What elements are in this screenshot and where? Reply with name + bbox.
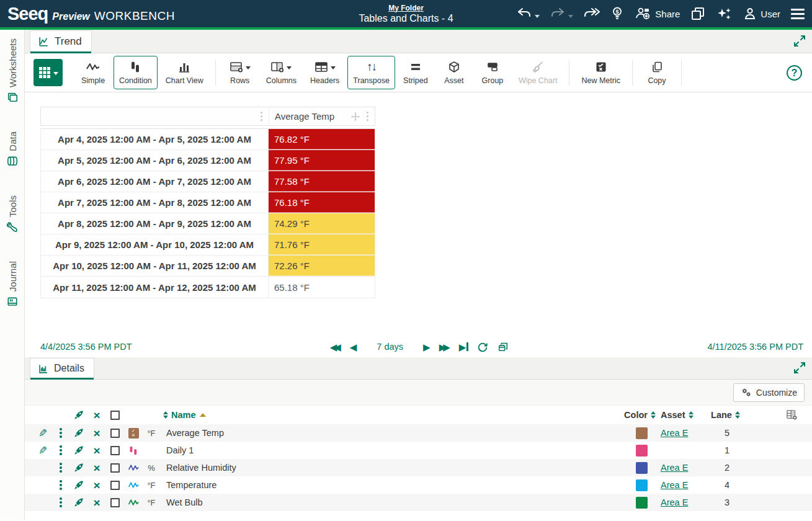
move-column-icon[interactable] <box>350 112 360 122</box>
step-forward-fast-icon[interactable]: ▶▶ <box>439 342 450 352</box>
expand-trend-button[interactable] <box>793 35 806 50</box>
item-menu-icon[interactable] <box>57 479 65 491</box>
send-to-icon-cell[interactable] <box>69 479 88 491</box>
details-row[interactable]: × % Relative Humidity Area E 2 <box>25 459 812 476</box>
asset-link[interactable]: Area E <box>661 463 688 473</box>
asset-link[interactable]: Area E <box>661 428 688 438</box>
tab-details[interactable]: Details <box>30 358 94 379</box>
capsule-range-cell[interactable]: Apr 4, 2025 12:00 AM - Apr 5, 2025 12:00… <box>41 129 269 149</box>
item-name[interactable]: Daily 1 <box>160 445 622 455</box>
sidebar-item-worksheets[interactable]: Worksheets <box>7 38 18 103</box>
step-back-icon[interactable]: ◀ <box>350 342 357 352</box>
add-column-button[interactable] <box>749 409 807 421</box>
row-checkbox[interactable] <box>110 498 120 507</box>
step-forward-icon[interactable]: ▶ <box>423 342 431 352</box>
breadcrumb-my-folder[interactable]: My Folder <box>388 4 424 12</box>
row-checkbox[interactable] <box>110 446 120 455</box>
redo-caret-icon[interactable] <box>568 15 573 18</box>
sort-icon[interactable] <box>735 411 740 419</box>
metric-value-cell[interactable]: 77.58 °F <box>269 171 375 192</box>
capsule-range-cell[interactable]: Apr 7, 2025 12:00 AM - Apr 8, 2025 12:00… <box>41 192 269 213</box>
item-name[interactable]: Relative Humidity <box>160 463 622 473</box>
step-to-now-icon[interactable]: ▶ <box>459 342 469 352</box>
remove-item-icon[interactable]: × <box>88 445 105 456</box>
remove-item-icon[interactable]: × <box>88 462 105 474</box>
item-menu-icon[interactable] <box>57 427 65 439</box>
duration-label[interactable]: 7 days <box>365 342 414 352</box>
color-swatch[interactable] <box>636 479 648 491</box>
usage-button[interactable]: $ <box>610 6 624 21</box>
column-header-color[interactable]: Color <box>622 410 661 420</box>
column-header-lane[interactable]: Lane <box>705 410 749 420</box>
help-button[interactable]: ? <box>787 65 802 81</box>
send-to-icon-cell[interactable] <box>69 497 88 508</box>
item-name[interactable]: Wet Bulb <box>160 497 622 507</box>
column-header-asset[interactable]: Asset <box>661 410 705 420</box>
metric-value-cell[interactable]: 74.29 °F <box>269 213 375 234</box>
row-checkbox[interactable] <box>110 481 120 490</box>
customize-button[interactable]: Customize <box>733 383 805 402</box>
remove-item-icon[interactable]: × <box>88 497 105 509</box>
sort-icon[interactable] <box>689 411 694 419</box>
toolbar-button-condition[interactable]: Condition <box>114 56 158 89</box>
toolbar-button-striped[interactable]: Striped <box>398 56 434 89</box>
metric-value-cell[interactable]: 71.76 °F <box>269 234 375 255</box>
send-all-header[interactable] <box>69 409 88 421</box>
capsule-range-cell[interactable]: Apr 10, 2025 12:00 AM - Apr 11, 2025 12:… <box>41 256 269 276</box>
details-row[interactable]: × °F Temperature Area E 4 <box>25 476 812 494</box>
toolbar-button-asset[interactable]: Asset <box>436 56 472 89</box>
hamburger-menu-icon[interactable] <box>791 9 805 19</box>
toolbar-button-transpose[interactable]: ↑↓ Transpose <box>347 56 395 89</box>
table-view-mode-button[interactable] <box>33 59 63 86</box>
toolbar-button-copy[interactable]: Copy <box>639 56 675 89</box>
redo-button[interactable] <box>550 7 573 20</box>
value-column-menu-icon[interactable] <box>364 110 372 123</box>
tab-trend[interactable]: Trend <box>30 30 92 53</box>
color-swatch[interactable] <box>636 427 648 439</box>
remove-all-header[interactable]: × <box>88 409 105 421</box>
item-name[interactable]: Average Temp <box>160 428 622 438</box>
item-menu-icon[interactable] <box>57 496 65 509</box>
edit-pencil-icon[interactable]: ✎ <box>33 427 52 440</box>
step-back-fast-icon[interactable]: ◀◀ <box>330 342 341 352</box>
send-to-icon-cell[interactable] <box>69 427 88 439</box>
range-end[interactable]: 4/11/2025 3:56 PM PDT <box>708 342 804 352</box>
worksheets-panel-button[interactable] <box>690 6 705 21</box>
copy-time-range-icon[interactable] <box>497 341 509 352</box>
asset-link[interactable]: Area E <box>661 497 688 507</box>
sidebar-item-journal[interactable]: Journal <box>7 261 18 307</box>
column-header-name[interactable]: Name <box>160 410 622 420</box>
capsule-range-cell[interactable]: Apr 8, 2025 12:00 AM - Apr 9, 2025 12:00… <box>41 213 269 234</box>
remove-item-icon[interactable]: × <box>88 427 105 439</box>
sidebar-item-tools[interactable]: Tools <box>7 195 18 233</box>
share-button[interactable]: Share <box>635 6 680 21</box>
toolbar-button-rows[interactable]: Rows <box>222 56 258 89</box>
capsule-range-cell[interactable]: Apr 9, 2025 12:00 AM - Apr 10, 2025 12:0… <box>41 234 269 255</box>
refresh-icon[interactable] <box>477 341 488 352</box>
redo-all-button[interactable] <box>584 7 600 20</box>
sort-icon[interactable] <box>651 411 656 419</box>
undo-caret-icon[interactable] <box>535 15 540 18</box>
row-checkbox[interactable] <box>110 429 120 438</box>
color-swatch[interactable] <box>636 445 648 456</box>
capsule-range-cell[interactable]: Apr 11, 2025 12:00 AM - Apr 12, 2025 12:… <box>41 277 269 298</box>
item-menu-icon[interactable] <box>57 461 65 474</box>
send-to-icon-cell[interactable] <box>69 462 88 473</box>
toolbar-button-headers[interactable]: Headers <box>305 56 345 89</box>
metric-value-cell[interactable]: 72.26 °F <box>269 256 375 276</box>
item-menu-icon[interactable] <box>57 444 65 456</box>
select-all-checkbox[interactable] <box>110 411 120 420</box>
row-checkbox[interactable] <box>110 463 120 473</box>
details-row[interactable]: ✎ × Daily 1 1 <box>25 442 812 459</box>
asset-link[interactable]: Area E <box>661 480 688 490</box>
item-name[interactable]: Temperature <box>160 480 622 490</box>
toolbar-button-group[interactable]: Group <box>475 56 511 89</box>
range-start[interactable]: 4/4/2025 3:56 PM PDT <box>40 342 132 352</box>
capsule-range-cell[interactable]: Apr 5, 2025 12:00 AM - Apr 6, 2025 12:00… <box>41 150 269 171</box>
details-row[interactable]: × °F Wet Bulb Area E 3 <box>25 494 812 511</box>
color-swatch[interactable] <box>636 462 648 474</box>
metric-value-cell[interactable]: 76.18 °F <box>269 192 375 213</box>
color-swatch[interactable] <box>636 497 648 509</box>
sidebar-item-data[interactable]: Data <box>7 131 18 167</box>
undo-button[interactable] <box>517 7 540 20</box>
